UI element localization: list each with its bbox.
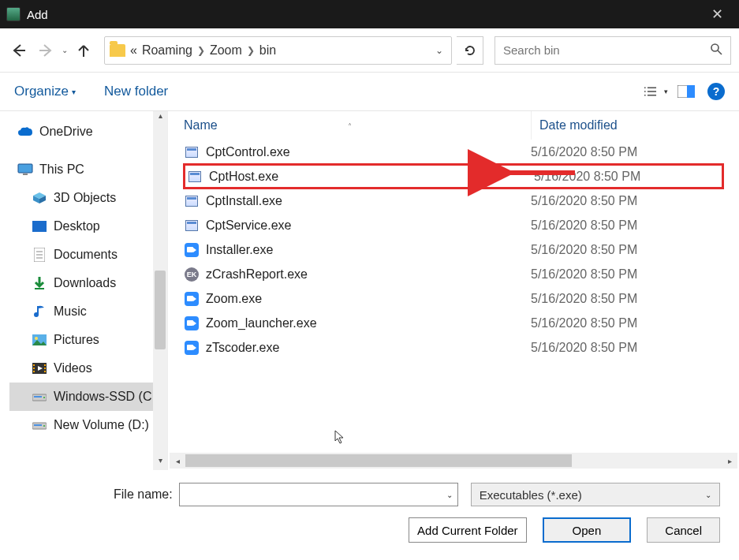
crumb-roaming[interactable]: Roaming <box>142 43 192 58</box>
sidebar-label: Downloads <box>54 276 116 290</box>
file-row[interactable]: Zoom_launcher.exe5/16/2020 8:50 PM <box>184 311 723 335</box>
recent-locations-button[interactable]: ⌄ <box>62 46 68 54</box>
address-dropdown[interactable]: ⌄ <box>432 45 446 56</box>
sidebar-item-windows-ssd-c[interactable]: Windows-SSD (C <box>9 383 153 411</box>
search-box[interactable] <box>495 36 731 65</box>
exe-icon <box>185 196 198 207</box>
open-button[interactable]: Open <box>543 517 632 543</box>
scroll-right-icon[interactable]: ▸ <box>722 457 737 465</box>
sidebar-item-pictures[interactable]: Pictures <box>9 326 167 354</box>
column-name[interactable]: Name˄ <box>184 118 531 133</box>
up-button[interactable] <box>73 39 95 62</box>
new-folder-button[interactable]: New folder <box>104 84 168 99</box>
file-row[interactable]: zTscoder.exe5/16/2020 8:50 PM <box>184 335 723 360</box>
sidebar-item-documents[interactable]: Documents <box>9 241 167 269</box>
svg-rect-23 <box>33 371 35 372</box>
file-date: 5/16/2020 8:50 PM <box>531 243 637 257</box>
column-date[interactable]: Date modified <box>532 118 618 133</box>
scroll-down-icon[interactable]: ▾ <box>153 456 167 470</box>
organize-label: Organize <box>14 84 69 99</box>
help-button[interactable]: ? <box>707 83 725 100</box>
file-type-select[interactable]: Executables (*.exe) ⌄ <box>471 483 720 506</box>
refresh-button[interactable] <box>457 36 483 65</box>
file-row[interactable]: CptInstall.exe5/16/2020 8:50 PM <box>184 189 723 213</box>
file-name: Installer.exe <box>206 243 273 257</box>
drive-icon <box>32 418 47 432</box>
forward-button[interactable] <box>35 39 57 62</box>
svg-rect-11 <box>23 174 28 175</box>
app-icon <box>6 7 21 21</box>
folder-icon <box>110 44 125 57</box>
svg-rect-28 <box>34 396 42 398</box>
file-date: 5/16/2020 8:50 PM <box>531 341 637 355</box>
sidebar-label: Windows-SSD (C <box>54 390 151 404</box>
sidebar-label: Music <box>54 304 87 319</box>
new-folder-label: New folder <box>104 84 168 99</box>
scroll-up-icon[interactable]: ▴ <box>153 111 167 125</box>
file-date: 5/16/2020 8:50 PM <box>531 218 637 233</box>
svg-rect-22 <box>33 368 35 369</box>
exe-icon <box>188 171 201 182</box>
search-input[interactable] <box>503 43 710 57</box>
crumb-bin[interactable]: bin <box>259 43 276 58</box>
sidebar-item-desktop[interactable]: Desktop <box>9 212 167 241</box>
chevron-right-icon: ❯ <box>197 45 205 56</box>
file-row[interactable]: CptHost.exe5/16/2020 8:50 PM <box>184 164 723 189</box>
file-name: CptInstall.exe <box>206 194 282 208</box>
sidebar-label: Documents <box>54 248 118 262</box>
svg-rect-9 <box>687 85 695 98</box>
window-title: Add <box>27 8 701 21</box>
crumb-ellipsis[interactable]: « <box>130 43 137 58</box>
file-row[interactable]: CptControl.exe5/16/2020 8:50 PM <box>184 140 723 164</box>
sidebar-label: Pictures <box>54 333 99 347</box>
horizontal-scrollbar[interactable]: ◂ ▸ <box>170 453 737 469</box>
close-button[interactable]: ✕ <box>701 6 733 23</box>
scroll-thumb[interactable] <box>155 271 166 349</box>
back-button[interactable] <box>8 39 30 62</box>
zoom-icon <box>185 316 199 330</box>
file-name: zTscoder.exe <box>206 341 279 355</box>
add-current-folder-button[interactable]: Add Current Folder <box>409 517 527 543</box>
sidebar-item-3d-objects[interactable]: 3D Objects <box>9 184 167 212</box>
sidebar-label: OneDrive <box>39 125 93 139</box>
crumb-zoom[interactable]: Zoom <box>210 43 242 58</box>
chevron-right-icon: ❯ <box>247 45 255 56</box>
sidebar-item-onedrive[interactable]: OneDrive <box>9 118 167 146</box>
file-row[interactable]: Zoom.exe5/16/2020 8:50 PM <box>184 286 723 311</box>
scroll-left-icon[interactable]: ◂ <box>170 457 185 465</box>
sidebar-scrollbar[interactable]: ▴ ▾ <box>153 111 167 470</box>
toolbar: Organize ▾ New folder ▾ ? <box>0 73 739 110</box>
sidebar-item-this-pc[interactable]: This PC <box>9 155 167 184</box>
crash-icon: EK <box>185 267 199 282</box>
sidebar-label: Desktop <box>54 219 100 233</box>
sidebar-item-downloads[interactable]: Downloads <box>9 269 167 297</box>
filename-input[interactable]: ⌄ <box>179 483 458 506</box>
svg-point-0 <box>711 44 718 51</box>
sidebar-item-new-volume-d-[interactable]: New Volume (D:) <box>9 411 167 439</box>
file-row[interactable]: Installer.exe5/16/2020 8:50 PM <box>184 237 723 262</box>
svg-rect-31 <box>34 424 42 426</box>
videos-icon <box>32 361 47 375</box>
chevron-down-icon: ⌄ <box>446 491 453 499</box>
svg-line-1 <box>718 50 722 54</box>
svg-point-32 <box>43 425 45 427</box>
sidebar-item-videos[interactable]: Videos <box>9 354 167 383</box>
file-row[interactable]: EKzCrashReport.exe5/16/2020 8:50 PM <box>184 262 723 286</box>
filename-label: File name: <box>114 487 173 502</box>
svg-rect-10 <box>18 164 32 173</box>
sidebar-item-music[interactable]: Music <box>9 297 167 326</box>
view-options-button[interactable]: ▾ <box>644 82 668 101</box>
file-name: Zoom_launcher.exe <box>206 316 317 330</box>
chevron-down-icon: ⌄ <box>705 491 711 499</box>
scroll-thumb[interactable] <box>185 454 572 467</box>
preview-pane-button[interactable] <box>674 82 698 101</box>
svg-rect-3 <box>644 91 646 92</box>
organize-menu[interactable]: Organize ▾ <box>14 84 76 99</box>
address-bar[interactable]: « Roaming ❯ Zoom ❯ bin ⌄ <box>104 36 452 65</box>
cancel-button[interactable]: Cancel <box>647 517 720 543</box>
cube-icon <box>32 191 47 205</box>
download-icon <box>32 276 47 290</box>
file-row[interactable]: CptService.exe5/16/2020 8:50 PM <box>184 213 723 237</box>
pictures-icon <box>32 333 47 347</box>
file-date: 5/16/2020 8:50 PM <box>531 316 637 330</box>
